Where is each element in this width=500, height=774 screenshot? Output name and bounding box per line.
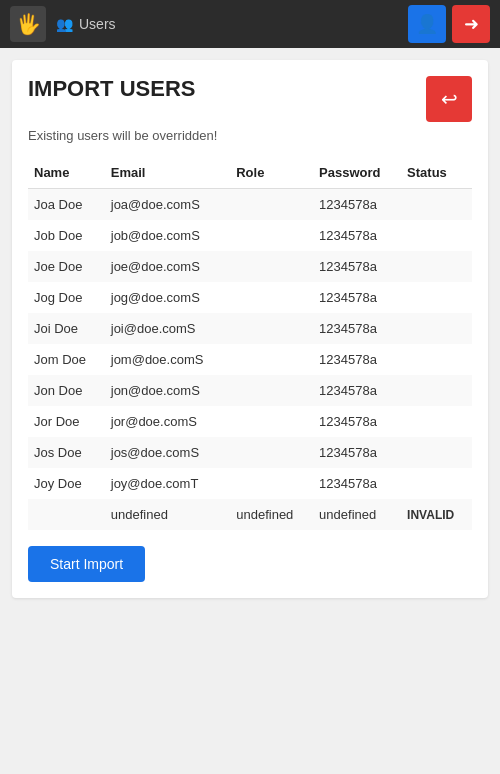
cell-status bbox=[401, 251, 472, 282]
cell-password: 1234578a bbox=[313, 468, 401, 499]
table-row: undefinedundefinedundefinedINVALID bbox=[28, 499, 472, 530]
cell-role bbox=[230, 437, 313, 468]
warning-text: Existing users will be overridden! bbox=[28, 128, 472, 143]
col-name: Name bbox=[28, 157, 105, 189]
cell-password: 1234578a bbox=[313, 344, 401, 375]
cell-status bbox=[401, 468, 472, 499]
cell-password: 1234578a bbox=[313, 282, 401, 313]
cell-password: 1234578a bbox=[313, 189, 401, 221]
table-row: Joi Doejoi@doe.comS1234578a bbox=[28, 313, 472, 344]
cell-name: Joy Doe bbox=[28, 468, 105, 499]
col-role: Role bbox=[230, 157, 313, 189]
cell-role bbox=[230, 313, 313, 344]
cell-name: Jor Doe bbox=[28, 406, 105, 437]
cell-name: Jos Doe bbox=[28, 437, 105, 468]
cell-name bbox=[28, 499, 105, 530]
cell-role bbox=[230, 282, 313, 313]
cell-email: jon@doe.comS bbox=[105, 375, 230, 406]
table-row: Jog Doejog@doe.comS1234578a bbox=[28, 282, 472, 313]
cell-status bbox=[401, 406, 472, 437]
back-icon: ↩ bbox=[441, 87, 458, 111]
col-password: Password bbox=[313, 157, 401, 189]
cell-email: joa@doe.comS bbox=[105, 189, 230, 221]
cell-email: job@doe.comS bbox=[105, 220, 230, 251]
navbar-left: 🖐️ 👥 Users bbox=[10, 6, 116, 42]
col-email: Email bbox=[105, 157, 230, 189]
cell-name: Joi Doe bbox=[28, 313, 105, 344]
cell-role bbox=[230, 189, 313, 221]
table-header: Name Email Role Password Status bbox=[28, 157, 472, 189]
cell-email: joy@doe.comT bbox=[105, 468, 230, 499]
table-row: Jos Doejos@doe.comS1234578a bbox=[28, 437, 472, 468]
cell-email: jor@doe.comS bbox=[105, 406, 230, 437]
cell-role bbox=[230, 344, 313, 375]
cell-password: 1234578a bbox=[313, 313, 401, 344]
back-button[interactable]: ↩ bbox=[426, 76, 472, 122]
cell-email: jos@doe.comS bbox=[105, 437, 230, 468]
cell-name: Joe Doe bbox=[28, 251, 105, 282]
col-status: Status bbox=[401, 157, 472, 189]
cell-password: 1234578a bbox=[313, 437, 401, 468]
table-row: Jor Doejor@doe.comS1234578a bbox=[28, 406, 472, 437]
cell-email: jog@doe.comS bbox=[105, 282, 230, 313]
navbar: 🖐️ 👥 Users 👤 ➜ bbox=[0, 0, 500, 48]
table-row: Jom Doejom@doe.comS1234578a bbox=[28, 344, 472, 375]
table-row: Joa Doejoa@doe.comS1234578a bbox=[28, 189, 472, 221]
cell-status bbox=[401, 313, 472, 344]
cell-status bbox=[401, 437, 472, 468]
cell-password: 1234578a bbox=[313, 251, 401, 282]
user-profile-button[interactable]: 👤 bbox=[408, 5, 446, 43]
cell-password: 1234578a bbox=[313, 406, 401, 437]
navbar-actions: 👤 ➜ bbox=[408, 5, 490, 43]
cell-role bbox=[230, 468, 313, 499]
cell-status bbox=[401, 344, 472, 375]
logout-button[interactable]: ➜ bbox=[452, 5, 490, 43]
cell-status bbox=[401, 375, 472, 406]
table-row: Joy Doejoy@doe.comT1234578a bbox=[28, 468, 472, 499]
cell-name: Jon Doe bbox=[28, 375, 105, 406]
cell-role: undefined bbox=[230, 499, 313, 530]
app-logo: 🖐️ bbox=[10, 6, 46, 42]
cell-role bbox=[230, 375, 313, 406]
logout-icon: ➜ bbox=[464, 13, 479, 35]
table-header-row: Name Email Role Password Status bbox=[28, 157, 472, 189]
page-header: IMPORT USERS ↩ bbox=[28, 76, 472, 122]
cell-role bbox=[230, 406, 313, 437]
cell-status bbox=[401, 220, 472, 251]
navbar-title-text: Users bbox=[79, 16, 116, 32]
cell-password: 1234578a bbox=[313, 220, 401, 251]
cell-email: jom@doe.comS bbox=[105, 344, 230, 375]
cell-role bbox=[230, 251, 313, 282]
users-table: Name Email Role Password Status Joa Doej… bbox=[28, 157, 472, 530]
cell-status bbox=[401, 189, 472, 221]
cell-status: INVALID bbox=[401, 499, 472, 530]
page-title: IMPORT USERS bbox=[28, 76, 195, 102]
start-import-button[interactable]: Start Import bbox=[28, 546, 145, 582]
cell-name: Job Doe bbox=[28, 220, 105, 251]
cell-name: Joa Doe bbox=[28, 189, 105, 221]
navbar-title-section: 👥 Users bbox=[56, 16, 116, 32]
cell-email: joi@doe.comS bbox=[105, 313, 230, 344]
users-icon: 👥 bbox=[56, 16, 73, 32]
page-title-section: IMPORT USERS bbox=[28, 76, 195, 102]
cell-name: Jog Doe bbox=[28, 282, 105, 313]
cell-email: undefined bbox=[105, 499, 230, 530]
table-row: Jon Doejon@doe.comS1234578a bbox=[28, 375, 472, 406]
table-row: Job Doejob@doe.comS1234578a bbox=[28, 220, 472, 251]
table-body: Joa Doejoa@doe.comS1234578aJob Doejob@do… bbox=[28, 189, 472, 531]
table-row: Joe Doejoe@doe.comS1234578a bbox=[28, 251, 472, 282]
cell-email: joe@doe.comS bbox=[105, 251, 230, 282]
user-icon: 👤 bbox=[416, 13, 438, 35]
cell-password: 1234578a bbox=[313, 375, 401, 406]
cell-status bbox=[401, 282, 472, 313]
logo-icon: 🖐️ bbox=[16, 12, 41, 36]
cell-name: Jom Doe bbox=[28, 344, 105, 375]
main-content: IMPORT USERS ↩ Existing users will be ov… bbox=[12, 60, 488, 598]
cell-password: undefined bbox=[313, 499, 401, 530]
cell-role bbox=[230, 220, 313, 251]
